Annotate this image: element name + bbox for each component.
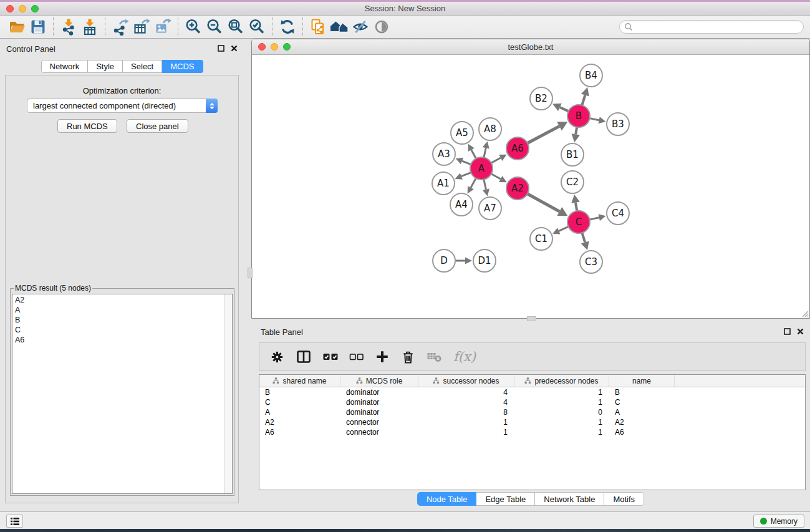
table-row[interactable]: A2connector11A2: [259, 417, 805, 427]
table-cell[interactable]: 1: [514, 428, 609, 437]
graph-edge[interactable]: [461, 173, 471, 177]
graph-edge[interactable]: [576, 127, 577, 135]
graph-edge[interactable]: [462, 161, 471, 164]
table-cell[interactable]: A: [259, 408, 340, 417]
graph-edge[interactable]: [491, 158, 501, 163]
run-mcds-button[interactable]: Run MCDS: [57, 119, 117, 133]
network-window-titlebar[interactable]: testGlobe.txt: [252, 39, 809, 55]
column-header[interactable]: shared name: [259, 375, 340, 387]
table-cell[interactable]: A2: [609, 418, 675, 427]
save-session-button[interactable]: [27, 17, 49, 37]
table-cell[interactable]: C: [259, 398, 340, 407]
table-columns-button[interactable]: [296, 349, 312, 365]
export-image-button[interactable]: [152, 17, 173, 37]
close-panel-icon[interactable]: [231, 45, 238, 52]
table-cell[interactable]: 1: [418, 418, 514, 427]
zoom-fit-button[interactable]: [225, 17, 246, 37]
table-row[interactable]: Bdominator41B: [259, 387, 805, 397]
import-network-button[interactable]: [58, 17, 79, 37]
task-history-button[interactable]: [6, 515, 23, 528]
tab-network-table[interactable]: Network Table: [535, 492, 604, 506]
table-cell[interactable]: dominator: [340, 388, 418, 397]
table-cell[interactable]: 8: [418, 408, 514, 417]
select-stepper-icon[interactable]: [206, 99, 218, 113]
column-header[interactable]: name: [609, 375, 675, 387]
table-cell[interactable]: dominator: [340, 398, 418, 407]
graph-edge[interactable]: [484, 148, 486, 157]
show-all-button[interactable]: [371, 17, 392, 37]
splitter-handle-horizontal[interactable]: [527, 316, 536, 321]
table-cell[interactable]: 4: [418, 388, 514, 397]
table-cell[interactable]: B: [609, 388, 675, 397]
zoom-out-button[interactable]: [204, 17, 225, 37]
float-panel-icon[interactable]: [218, 45, 224, 52]
table-cell[interactable]: A: [609, 408, 675, 417]
mcds-result-item[interactable]: A6: [12, 334, 232, 344]
zoom-in-button[interactable]: [183, 17, 204, 37]
close-panel-button[interactable]: Close panel: [127, 119, 188, 133]
export-network-button[interactable]: [110, 17, 131, 37]
table-cell[interactable]: A2: [259, 418, 340, 427]
mcds-list-scrollbar[interactable]: [224, 294, 232, 493]
mcds-result-item[interactable]: A2: [12, 294, 232, 304]
table-cell[interactable]: C: [609, 398, 675, 407]
new-network-from-selection-button[interactable]: [307, 17, 329, 37]
tab-network[interactable]: Network: [41, 60, 88, 73]
graph-edge[interactable]: [528, 126, 559, 143]
hide-selected-button[interactable]: [350, 17, 371, 37]
node-table[interactable]: shared nameMCDS rolesuccessor nodesprede…: [259, 374, 806, 490]
network-graph[interactable]: B4B2BB3A8A5A6A3B1AC2A1A2A4A7C4CC1DD1C3: [252, 56, 809, 318]
graph-edge[interactable]: [484, 180, 486, 190]
first-neighbors-button[interactable]: [329, 17, 350, 37]
table-cell[interactable]: dominator: [340, 408, 418, 417]
tab-node-table[interactable]: Node Table: [417, 492, 477, 506]
tab-style[interactable]: Style: [88, 60, 123, 73]
tab-select[interactable]: Select: [123, 60, 162, 73]
resize-grip-icon[interactable]: [800, 309, 809, 317]
table-cell[interactable]: connector: [340, 428, 418, 437]
table-cell[interactable]: 4: [418, 398, 514, 407]
table-cell[interactable]: 1: [514, 418, 609, 427]
table-cell[interactable]: 1: [514, 388, 609, 397]
graph-edge[interactable]: [582, 233, 585, 242]
optimization-criterion-select[interactable]: largest connected component (directed): [27, 99, 218, 113]
mcds-result-item[interactable]: A: [12, 304, 232, 314]
column-header[interactable]: successor nodes: [418, 375, 514, 387]
search-input[interactable]: [633, 21, 803, 32]
table-cell[interactable]: B: [259, 388, 340, 397]
float-panel-icon[interactable]: [784, 328, 791, 335]
table-cell[interactable]: A6: [609, 428, 675, 437]
graph-edge[interactable]: [491, 174, 501, 179]
table-cell[interactable]: connector: [340, 418, 418, 427]
search-box[interactable]: [619, 20, 804, 34]
graph-edge[interactable]: [559, 226, 568, 231]
select-all-checkboxes-button[interactable]: [322, 351, 339, 362]
zoom-selected-button[interactable]: [246, 17, 268, 37]
mcds-result-item[interactable]: C: [12, 324, 232, 334]
splitter-handle-vertical[interactable]: [248, 268, 253, 278]
graph-edge[interactable]: [582, 95, 585, 105]
table-row[interactable]: Adominator80A: [259, 407, 805, 417]
graph-edge[interactable]: [590, 218, 599, 220]
graph-edge[interactable]: [471, 150, 476, 158]
unselect-all-checkboxes-button[interactable]: [349, 351, 364, 362]
graph-edge[interactable]: [560, 107, 569, 111]
table-row[interactable]: Cdominator41C: [259, 397, 805, 407]
table-settings-button[interactable]: [269, 349, 285, 365]
tab-mcds[interactable]: MCDS: [162, 60, 203, 73]
table-cell[interactable]: 1: [418, 428, 514, 437]
tab-edge-table[interactable]: Edge Table: [476, 492, 535, 506]
delete-table-button[interactable]: [427, 351, 443, 363]
add-column-button[interactable]: [375, 349, 390, 364]
graph-edge[interactable]: [590, 118, 599, 120]
column-header[interactable]: predecessor nodes: [514, 375, 609, 387]
mcds-result-list[interactable]: A2ABCA6: [12, 294, 233, 494]
table-cell[interactable]: 0: [514, 408, 609, 417]
refresh-button[interactable]: [277, 17, 298, 37]
export-table-button[interactable]: [131, 17, 152, 37]
function-builder-button[interactable]: f(x): [453, 349, 476, 364]
table-cell[interactable]: A6: [259, 428, 340, 437]
memory-button[interactable]: Memory: [753, 515, 804, 528]
mcds-result-item[interactable]: B: [12, 314, 232, 324]
graph-edge[interactable]: [576, 203, 577, 211]
